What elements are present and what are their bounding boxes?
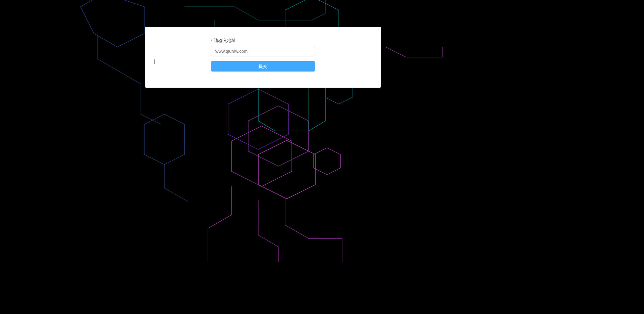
text-cursor: | — [154, 58, 155, 64]
address-label-row: * 请输入地址 — [211, 38, 315, 44]
address-label: 请输入地址 — [214, 38, 236, 44]
address-input[interactable] — [211, 46, 315, 56]
submit-button[interactable]: 提交 — [211, 61, 315, 72]
submit-button-label: 提交 — [259, 63, 267, 70]
required-mark-icon: * — [211, 38, 213, 43]
form-card: * 请输入地址 提交 — [145, 27, 381, 88]
address-field-group: * 请输入地址 — [145, 38, 381, 56]
submit-group: 提交 — [145, 61, 381, 72]
